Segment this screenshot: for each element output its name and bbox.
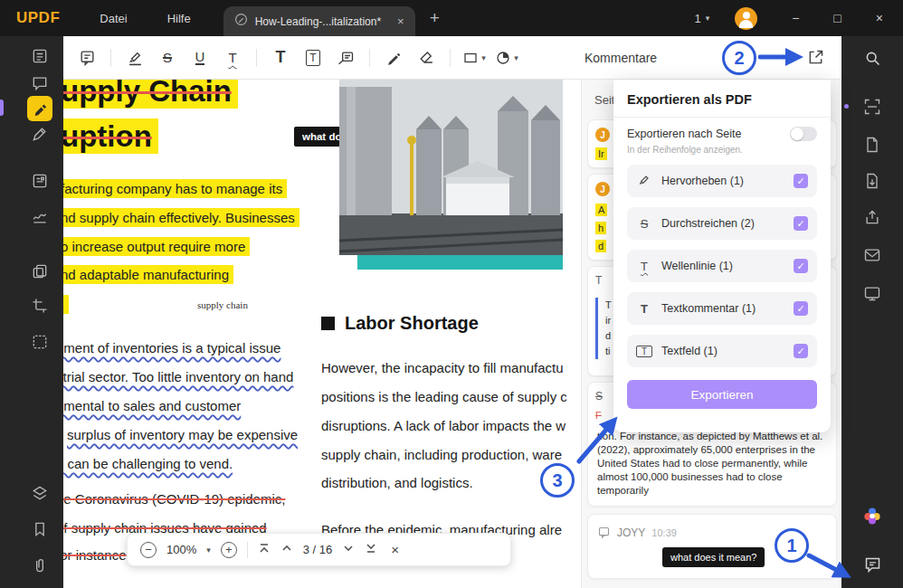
checkbox-checked[interactable]: ✓: [794, 259, 808, 273]
bookmark-icon[interactable]: [29, 518, 51, 540]
silo-photo: [339, 80, 563, 259]
export-item-label: Textfeld (1): [661, 345, 784, 357]
comment-avatar: J: [595, 128, 610, 142]
right-sidebar: [841, 36, 903, 588]
export-popup-title: Exportieren als PDF: [627, 92, 817, 107]
doc-text-line: distribution, and logistics.: [321, 475, 473, 490]
doc-text-line: surplus of inventory may be expensive: [67, 427, 298, 442]
export-item-text-comment[interactable]: T Textkommentar (1) ✓: [627, 292, 817, 325]
text-callout-tool-icon[interactable]: [331, 43, 360, 72]
last-page-icon[interactable]: [365, 542, 377, 558]
heading-bullet-square: [321, 317, 335, 330]
toolbar-divider: [256, 49, 257, 67]
previous-page-icon[interactable]: [280, 542, 293, 558]
checkbox-checked[interactable]: ✓: [794, 301, 808, 316]
zoom-in-icon[interactable]: +: [221, 542, 237, 558]
rectangle-shape-tool-icon[interactable]: ▾: [460, 43, 489, 72]
tab-close-icon[interactable]: ×: [397, 14, 404, 28]
strikethrough-icon: S: [595, 390, 603, 403]
doc-text-line: supply chain, including production, ware: [321, 447, 562, 462]
export-item-strikethrough[interactable]: S Durchstreichen (2) ✓: [627, 207, 817, 240]
pencil-tool-icon[interactable]: [379, 43, 408, 72]
compress-doc-icon[interactable]: [861, 170, 883, 192]
window-count-dropdown[interactable]: 1 ▾: [694, 12, 709, 25]
comment-quote-text: tion. For instance, as depicted by Matth…: [597, 430, 829, 498]
active-tool-indicator: [0, 100, 4, 116]
add-note-icon[interactable]: [72, 43, 101, 72]
document-tab[interactable]: How-Leading-...italization* ×: [223, 6, 415, 36]
close-icon[interactable]: ×: [876, 11, 883, 25]
zoom-out-icon[interactable]: −: [140, 542, 157, 558]
bar-divider: [247, 542, 248, 558]
mail-icon[interactable]: [861, 244, 883, 266]
strikethrough-tool-icon[interactable]: S: [153, 43, 182, 72]
note-tool-icon[interactable]: [29, 72, 51, 94]
checkbox-checked[interactable]: ✓: [794, 216, 808, 231]
page-view-icon[interactable]: [29, 45, 51, 67]
text-comment-tool-icon[interactable]: T: [266, 43, 295, 72]
chevron-down-icon: ▾: [514, 53, 518, 62]
checkbox-checked[interactable]: ✓: [794, 344, 808, 358]
export-annotations-icon[interactable]: [806, 48, 825, 71]
minimize-icon[interactable]: −: [792, 11, 799, 25]
annotate-tool-icon-selected[interactable]: [27, 96, 52, 121]
export-item-squiggly[interactable]: T Wellenlinie (1) ✓: [627, 250, 817, 282]
menu-datei[interactable]: Datei: [100, 12, 127, 25]
zoom-level[interactable]: 100%: [166, 543, 196, 556]
convert-doc-icon[interactable]: [861, 134, 883, 156]
next-page-icon[interactable]: [342, 542, 355, 558]
ai-assistant-icon[interactable]: [861, 505, 883, 526]
avatar[interactable]: [735, 7, 757, 30]
forms-tool-icon[interactable]: [29, 170, 51, 192]
comment-bubble[interactable]: what does it mean?: [662, 547, 765, 567]
toggle-knob: [791, 128, 803, 140]
first-page-icon[interactable]: [258, 542, 271, 558]
squiggly-tool-icon[interactable]: T: [218, 43, 247, 72]
pdf-page: upply Chain uption what does it mean?: [63, 80, 581, 588]
updf-app-window: UPDF Datei Hilfe How-Leading-...italizat…: [0, 0, 903, 588]
updf-logo: UPDF: [16, 9, 60, 27]
export-button[interactable]: Exportieren: [627, 380, 817, 409]
slideshow-icon[interactable]: [861, 282, 883, 304]
comment-author: JOYY: [617, 526, 645, 539]
edit-tool-icon[interactable]: [29, 123, 51, 145]
search-icon[interactable]: [861, 47, 883, 69]
doc-text-line: positions is the leading cause of supply…: [321, 389, 567, 404]
export-per-page-row: Exportieren nach Seite: [627, 127, 817, 141]
layers-icon[interactable]: [29, 482, 51, 504]
text-box-tool-icon[interactable]: T: [299, 43, 328, 72]
checkbox-checked[interactable]: ✓: [794, 174, 808, 188]
eraser-tool-icon[interactable]: [412, 43, 441, 72]
maximize-icon[interactable]: □: [833, 11, 841, 25]
toolbar-divider: [110, 49, 111, 67]
step-3-badge: 3: [540, 463, 575, 498]
doc-text-line: disruptions. A lack of labor impacts the…: [321, 418, 566, 433]
page-indicator[interactable]: 3 / 16: [303, 543, 333, 556]
organize-pages-icon[interactable]: [29, 261, 51, 282]
tab-doc-icon: [234, 13, 248, 30]
comment-author-row: JOYY 10:39: [597, 526, 677, 539]
page-navigation-bar: − 100% ▾ + 3 / 16 ×: [127, 533, 511, 566]
export-item-label: Wellenlinie (1): [661, 260, 784, 272]
new-tab-icon[interactable]: +: [430, 8, 440, 28]
export-item-highlight[interactable]: Hervorheben (1) ✓: [627, 165, 817, 197]
underline-tool-icon[interactable]: U: [185, 43, 214, 72]
ellipse-shape-tool-icon[interactable]: ▾: [492, 43, 521, 72]
close-bar-icon[interactable]: ×: [391, 542, 399, 557]
strikethrough-icon: S: [636, 217, 652, 231]
capture-tool-icon[interactable]: [29, 331, 51, 353]
export-per-page-toggle[interactable]: [790, 127, 817, 141]
export-per-page-label: Exportieren nach Seite: [627, 128, 741, 140]
comment-toggle-icon[interactable]: [861, 554, 883, 575]
ocr-icon[interactable]: [861, 96, 883, 118]
attachment-icon[interactable]: [29, 555, 51, 576]
crop-tool-icon[interactable]: [29, 295, 51, 317]
highlight-tool-icon[interactable]: [120, 43, 149, 72]
doc-heading-line: uption: [63, 119, 158, 154]
menu-hilfe[interactable]: Hilfe: [167, 12, 191, 25]
export-item-text-field[interactable]: T Textfeld (1) ✓: [627, 335, 817, 367]
sign-tool-icon[interactable]: [29, 206, 51, 228]
zoom-dropdown-icon[interactable]: ▾: [206, 545, 211, 555]
text-comment-icon: T: [595, 274, 602, 287]
share-icon[interactable]: [861, 206, 883, 228]
